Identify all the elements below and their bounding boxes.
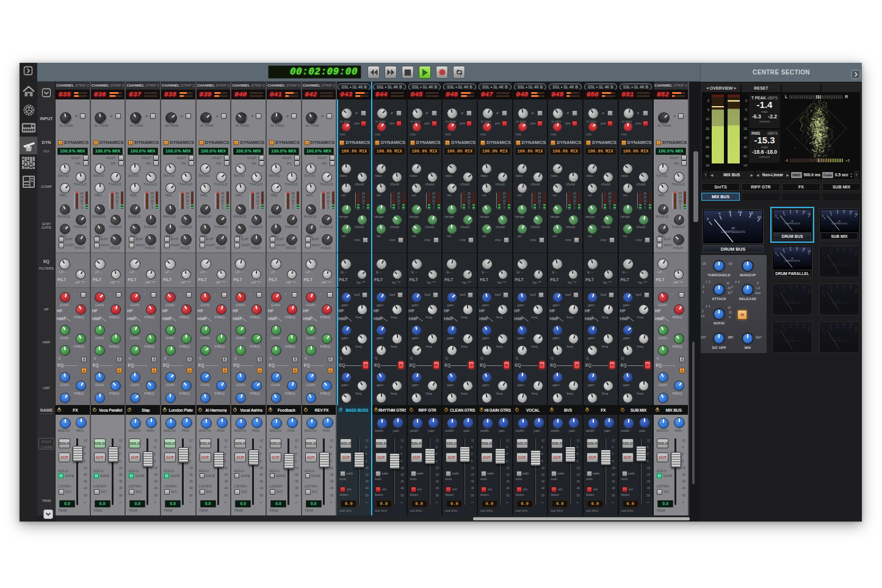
svg-text:12: 12 [842,323,845,325]
svg-text:8: 8 [790,210,791,212]
svg-text:16: 16 [803,210,805,213]
svg-text:16: 16 [850,210,852,213]
svg-text:20: 20 [855,251,858,254]
svg-text:dB: dB [791,220,793,223]
svg-text:8: 8 [837,210,838,212]
svg-text:12: 12 [842,210,845,212]
svg-text:dB: dB [791,299,793,301]
svg-text:16: 16 [850,323,853,326]
svg-text:20: 20 [855,289,858,292]
svg-text:20: 20 [808,289,811,292]
svg-text:dB: dB [838,261,840,264]
svg-text:20: 20 [855,326,858,329]
svg-text:12: 12 [738,210,743,213]
svg-text:16: 16 [749,211,754,215]
svg-text:16: 16 [803,247,805,250]
svg-text:12: 12 [842,285,845,287]
svg-text:20: 20 [757,215,762,219]
svg-text:dB: dB [791,257,793,260]
svg-text:16: 16 [850,285,853,289]
svg-text:16: 16 [803,285,806,289]
svg-text:20: 20 [808,326,811,329]
svg-text:12: 12 [795,247,798,249]
svg-text:12: 12 [842,247,845,249]
svg-text:12: 12 [795,210,798,212]
svg-text:dB: dB [791,337,793,339]
svg-text:dB: dB [838,299,840,301]
svg-text:12: 12 [795,323,798,325]
svg-text:dB: dB [731,227,735,230]
svg-text:16: 16 [803,323,806,326]
svg-text:dB: dB [838,337,840,339]
svg-text:12: 12 [795,285,798,287]
svg-text:16: 16 [850,248,853,251]
svg-text:dB: dB [838,220,840,223]
svg-text:8: 8 [790,247,791,249]
